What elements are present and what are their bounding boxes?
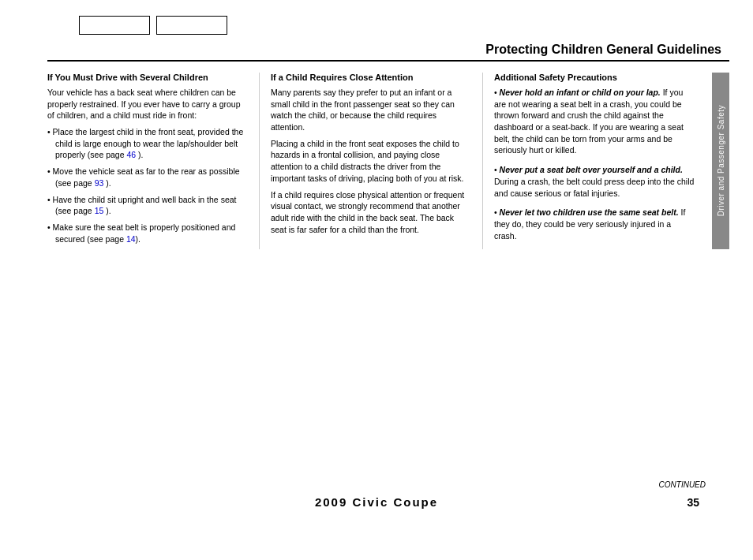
col2-para1: Many parents say they prefer to put an i… (271, 87, 471, 133)
col3-bullet-1: Never hold an infant or child on your la… (494, 87, 695, 156)
link-46[interactable]: 46 (126, 150, 136, 159)
col2-para3: If a child requires close physical atten… (271, 189, 471, 236)
col2-para2: Placing a child in the front seat expose… (271, 138, 471, 185)
top-tabs (79, 16, 729, 35)
column-2: If a Child Requires Close Attention Many… (260, 73, 483, 249)
content-wrapper: If You Must Drive with Several Children … (47, 73, 729, 249)
column-1: If You Must Drive with Several Children … (47, 73, 260, 249)
page-container: Protecting Children General Guidelines I… (0, 0, 753, 560)
col2-heading: If a Child Requires Close Attention (271, 73, 471, 82)
col1-body: Your vehicle has a back seat where child… (47, 87, 248, 245)
col2-body: Many parents say they prefer to put an i… (271, 87, 471, 235)
col3-bullet3-bold: Never let two children use the same seat… (500, 207, 679, 217)
car-model: 2009 Civic Coupe (315, 495, 438, 509)
link-93[interactable]: 93 (95, 178, 104, 188)
col3-bullet2-text: During a crash, the belt could press dee… (494, 177, 694, 198)
col3-bullet2-bold: Never put a seat belt over yourself and … (500, 165, 683, 174)
link-15[interactable]: 15 (95, 206, 104, 215)
col1-intro: Your vehicle has a back seat where child… (47, 87, 248, 121)
col3-bullet1-bold: Never hold an infant or child on your la… (500, 88, 661, 97)
main-content: If You Must Drive with Several Children … (47, 73, 706, 249)
col1-bullet-2: Move the vehicle seat as far to the rear… (47, 166, 248, 189)
col3-heading: Additional Safety Precautions (494, 73, 695, 82)
link-14[interactable]: 14 (126, 234, 136, 244)
tab-1[interactable] (79, 16, 150, 35)
header: Protecting Children General Guidelines (47, 43, 729, 62)
col1-bullet-1: Place the largest child in the front sea… (47, 126, 248, 161)
col3-body: Never hold an infant or child on your la… (494, 87, 695, 241)
tab-2[interactable] (156, 16, 227, 35)
col1-bullets: Place the largest child in the front sea… (47, 126, 248, 245)
three-column-layout: If You Must Drive with Several Children … (47, 73, 706, 249)
col1-heading: If You Must Drive with Several Children (47, 73, 248, 82)
header-title: Protecting Children General Guidelines (485, 43, 721, 56)
column-3: Additional Safety Precautions Never hold… (483, 73, 706, 249)
sidebar-label: Driver and Passenger Safety (717, 105, 725, 216)
col3-bullet1-text: If you are not wearing a seat belt in a … (494, 88, 684, 155)
right-sidebar: Driver and Passenger Safety (712, 73, 729, 249)
col1-bullet-4: Make sure the seat belt is properly posi… (47, 222, 248, 245)
continued-text: CONTINUED (659, 480, 706, 489)
col1-bullet-3: Have the child sit upright and well back… (47, 194, 248, 217)
page-number: 35 (687, 496, 699, 509)
col3-bullet-2: Never put a seat belt over yourself and … (494, 164, 695, 199)
col3-bullet-3: Never let two children use the same seat… (494, 207, 695, 241)
